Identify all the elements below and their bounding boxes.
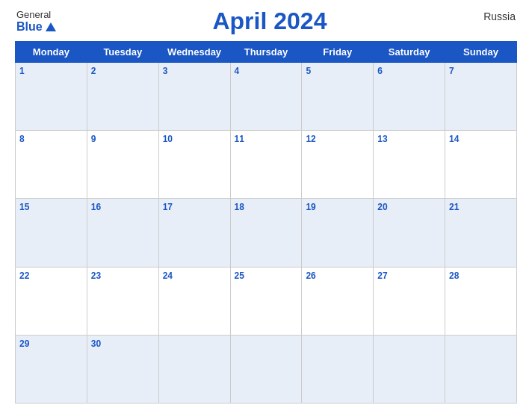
day-number: 26	[306, 271, 369, 281]
day-number: 16	[91, 202, 155, 212]
table-row: 10	[158, 131, 230, 199]
day-number: 17	[163, 202, 226, 212]
calendar-week-row: 15161718192021	[16, 199, 517, 267]
day-number: 30	[91, 339, 155, 349]
day-number: 8	[19, 134, 83, 144]
col-thursday: Thursday	[230, 42, 302, 63]
col-wednesday: Wednesday	[158, 42, 230, 63]
day-number: 27	[377, 271, 441, 281]
table-row: 27	[374, 267, 445, 335]
page-header: General Blue April 2024 Russia	[15, 7, 517, 35]
table-row	[302, 335, 374, 403]
table-row: 3	[158, 63, 230, 131]
day-number: 6	[377, 66, 441, 76]
day-number: 28	[449, 271, 513, 281]
day-number: 20	[377, 202, 441, 212]
logo-triangle-icon	[46, 22, 56, 31]
day-number: 7	[449, 66, 513, 76]
table-row: 26	[302, 267, 374, 335]
table-row: 20	[374, 199, 445, 267]
table-row: 29	[16, 335, 87, 403]
table-row: 5	[302, 63, 374, 131]
day-number: 24	[163, 271, 226, 281]
day-number: 10	[163, 134, 226, 144]
table-row	[374, 335, 445, 403]
col-sunday: Sunday	[445, 42, 517, 63]
day-number: 19	[306, 202, 369, 212]
table-row: 13	[374, 131, 445, 199]
col-tuesday: Tuesday	[87, 42, 158, 63]
table-row: 18	[230, 199, 302, 267]
logo-general-text: General	[16, 10, 51, 20]
day-number: 22	[19, 271, 83, 281]
day-number: 3	[163, 66, 226, 76]
day-number: 23	[91, 271, 155, 281]
calendar-week-row: 2930	[16, 335, 517, 403]
day-number: 15	[19, 202, 83, 212]
table-row: 24	[158, 267, 230, 335]
calendar-table: Monday Tuesday Wednesday Thursday Friday…	[15, 41, 517, 404]
table-row: 17	[158, 199, 230, 267]
table-row: 19	[302, 199, 374, 267]
country-label: Russia	[483, 7, 516, 22]
day-number: 11	[235, 134, 298, 144]
day-number: 12	[306, 134, 369, 144]
table-row: 30	[87, 335, 158, 403]
table-row: 9	[87, 131, 158, 199]
table-row: 7	[445, 63, 517, 131]
day-number: 14	[449, 134, 513, 144]
calendar-header-row: Monday Tuesday Wednesday Thursday Friday…	[16, 42, 517, 63]
table-row: 6	[374, 63, 445, 131]
table-row: 4	[230, 63, 302, 131]
col-friday: Friday	[302, 42, 374, 63]
day-number: 13	[377, 134, 441, 144]
table-row: 23	[87, 267, 158, 335]
calendar-week-row: 1234567	[16, 63, 517, 131]
table-row	[158, 335, 230, 403]
day-number: 9	[91, 134, 155, 144]
table-row: 2	[87, 63, 158, 131]
table-row: 22	[16, 267, 87, 335]
logo: General Blue	[16, 10, 56, 34]
table-row: 11	[230, 131, 302, 199]
day-number: 1	[19, 66, 83, 76]
day-number: 4	[235, 66, 298, 76]
table-row: 1	[16, 63, 87, 131]
col-saturday: Saturday	[374, 42, 445, 63]
table-row	[445, 335, 517, 403]
table-row: 8	[16, 131, 87, 199]
day-number: 21	[449, 202, 513, 212]
day-number: 25	[235, 271, 298, 281]
calendar-week-row: 891011121314	[16, 131, 517, 199]
table-row: 25	[230, 267, 302, 335]
col-monday: Monday	[16, 42, 87, 63]
calendar-week-row: 22232425262728	[16, 267, 517, 335]
day-number: 5	[306, 66, 369, 76]
month-title: April 2024	[212, 7, 327, 35]
table-row: 12	[302, 131, 374, 199]
table-row: 28	[445, 267, 517, 335]
table-row	[230, 335, 302, 403]
table-row: 16	[87, 199, 158, 267]
logo-blue-text: Blue	[16, 20, 56, 34]
table-row: 14	[445, 131, 517, 199]
day-number: 18	[235, 202, 298, 212]
table-row: 15	[16, 199, 87, 267]
day-number: 29	[19, 339, 83, 349]
table-row: 21	[445, 199, 517, 267]
day-number: 2	[91, 66, 155, 76]
